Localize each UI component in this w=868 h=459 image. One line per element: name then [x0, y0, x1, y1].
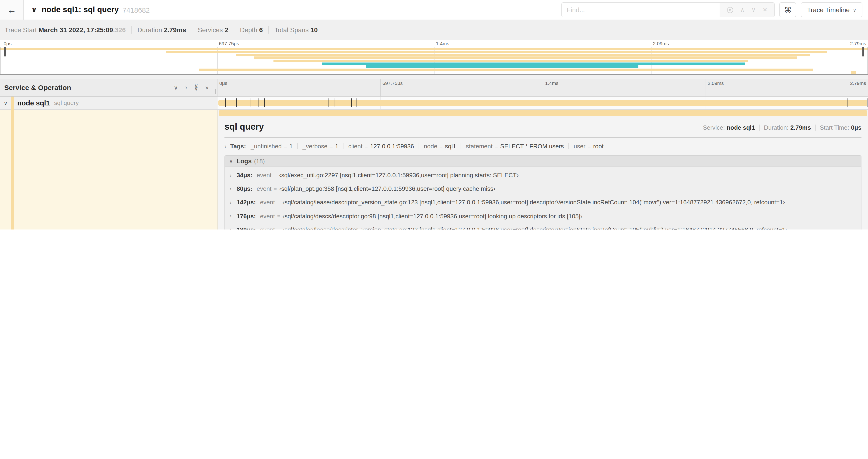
collapse-all-icon[interactable]: ∨∨ — [194, 85, 198, 90]
trace-minimap[interactable] — [0, 47, 868, 75]
log-field-value: ‹sql/plan_opt.go:358 [nsql1,client=127.0… — [279, 186, 495, 192]
log-tick-mark — [251, 98, 251, 107]
find-clear-icon[interactable]: ✕ — [763, 6, 767, 13]
timeline-ruler-label: 1.4ms — [543, 79, 705, 96]
log-equals: = — [277, 227, 280, 230]
overview-value: 2.79ms — [790, 124, 811, 131]
chevron-right-icon: › — [229, 199, 237, 206]
tag-item[interactable]: statement=SELECT * FROM users — [466, 143, 564, 150]
minimap-ruler-label: 697.75μs — [219, 41, 239, 46]
minimap-span-bar — [199, 68, 813, 71]
keyboard-shortcuts-button[interactable]: ⌘ — [780, 2, 796, 17]
column-resizer[interactable] — [214, 89, 216, 94]
separator — [461, 143, 461, 149]
log-tick-mark — [867, 98, 868, 107]
trace-info-item: Services 2 — [198, 26, 228, 34]
back-button[interactable]: ← — [0, 0, 24, 20]
log-field-key: event — [257, 172, 272, 179]
span-row: ∨ node sql1 sql query — [0, 97, 868, 110]
log-timestamp: 34μs: — [237, 172, 252, 179]
log-tick-mark — [333, 98, 333, 107]
separator — [192, 26, 192, 34]
trace-info-item: Trace Start March 31 2022, 17:25:09.326 — [5, 26, 126, 34]
trace-info-item: Duration 2.79ms — [137, 26, 186, 34]
tag-item[interactable]: user=root — [574, 143, 603, 150]
log-row[interactable]: ›34μs:event=‹sql/exec_util.go:2297 [nsql… — [225, 168, 861, 182]
service-color-stripe — [11, 110, 14, 230]
overview-value: node sql1 — [726, 124, 755, 131]
trace-id: 7418682 — [123, 6, 150, 14]
log-tick-mark — [847, 98, 848, 107]
log-row[interactable]: ›189μs:event=‹sql/catalog/lease/descript… — [225, 223, 861, 230]
trace-info-item: Total Spans 10 — [274, 26, 317, 34]
section-divider — [0, 75, 868, 79]
divider — [224, 137, 862, 138]
span-bar-cell[interactable] — [217, 97, 868, 109]
log-row[interactable]: ›176μs:event=‹sql/catalog/descs/descript… — [225, 209, 861, 223]
minimap-span-bar — [322, 63, 745, 65]
log-row[interactable]: ›80μs:event=‹sql/plan_opt.go:358 [nsql1,… — [225, 182, 861, 195]
tag-item[interactable]: _unfinished=1 — [251, 143, 292, 150]
service-color-stripe — [11, 96, 14, 109]
expand-one-icon[interactable]: › — [185, 85, 187, 91]
tags-row[interactable]: › Tags: _unfinished=1_verbose=1client=12… — [224, 143, 862, 150]
minimap-span-bar — [254, 57, 797, 59]
span-detail-row: sql query Service:node sql1Duration:2.79… — [0, 110, 868, 230]
minimap-span-bar — [851, 71, 856, 74]
chevron-right-icon: › — [229, 186, 237, 192]
chevron-right-icon: › — [229, 226, 237, 230]
separator — [297, 143, 298, 149]
span-duration-bar[interactable] — [218, 100, 867, 106]
logs-header[interactable]: ∨ Logs (18) — [225, 156, 861, 167]
detail-span-title[interactable]: sql query — [224, 122, 264, 132]
find-next-icon[interactable]: ∨ — [751, 6, 756, 13]
find-prev-icon[interactable]: ∧ — [740, 6, 745, 13]
separator — [234, 26, 234, 34]
detail-row-indent — [0, 110, 217, 230]
minimap-ruler: 0μs697.75μs1.4ms2.09ms2.79ms — [0, 40, 868, 47]
tag-item[interactable]: node=sql1 — [424, 143, 456, 150]
find-input[interactable] — [562, 3, 720, 17]
log-field-key: event — [260, 212, 275, 220]
log-equals: = — [274, 186, 277, 192]
trace-timeline-page: ← ∨ node sql1: sql query 7418682 ∧ ∨ ✕ ⌘… — [0, 0, 868, 230]
viewport-left-handle[interactable] — [4, 47, 6, 57]
logs-section: ∨ Logs (18) ›34μs:event=‹sql/exec_util.g… — [224, 155, 862, 230]
overview-value: 0μs — [851, 124, 862, 131]
collapse-one-icon[interactable]: ∨ — [174, 85, 178, 91]
minimap-span-bar — [274, 60, 748, 62]
locate-icon[interactable] — [727, 7, 733, 13]
detail-header[interactable]: sql query Service:node sql1Duration:2.79… — [224, 122, 862, 132]
minimap-span-bar — [236, 54, 810, 56]
viewport-right-handle[interactable] — [862, 47, 864, 57]
trace-info-bar: Trace Start March 31 2022, 17:25:09.326D… — [0, 20, 868, 40]
log-row[interactable]: ›142μs:event=‹sql/catalog/lease/descript… — [225, 196, 861, 209]
minimap-span-bar — [0, 48, 868, 51]
span-collapse-chevron-icon[interactable]: ∨ — [0, 100, 11, 106]
find-group: ∧ ∨ ✕ — [562, 2, 775, 17]
span-name-cell[interactable]: ∨ node sql1 sql query — [0, 97, 217, 109]
log-tick-mark — [845, 98, 845, 107]
log-tick-mark — [325, 98, 325, 107]
logs-count: (18) — [254, 158, 265, 165]
service-operation-header: Service & Operation ∨ › ∨∨ » — [0, 79, 217, 96]
log-tick-mark — [375, 98, 376, 107]
separator — [418, 143, 419, 149]
view-selector-dropdown[interactable]: Trace Timeline ∨ — [801, 2, 862, 17]
tag-item[interactable]: _verbose=1 — [302, 143, 338, 150]
timeline-ruler: 0μs697.75μs1.4ms2.09ms2.79ms — [217, 79, 868, 96]
log-field-key: event — [260, 226, 275, 230]
minimap-ruler-label: 0μs — [3, 41, 11, 46]
log-equals: = — [277, 213, 280, 219]
detail-overview: Service:node sql1Duration:2.79msStart Ti… — [703, 124, 862, 131]
overview-label: Service: — [703, 124, 725, 131]
timeline-ruler-label: 2.09ms — [705, 79, 868, 96]
log-tick-mark — [357, 98, 357, 107]
view-selector-label: Trace Timeline — [807, 6, 850, 13]
collapse-controls: ∨ › ∨∨ » — [174, 85, 209, 91]
log-field-key: event — [260, 199, 275, 206]
tag-item[interactable]: client=127.0.0.1:59936 — [348, 143, 414, 150]
title-collapse-chevron-icon[interactable]: ∨ — [31, 6, 37, 14]
back-arrow-icon: ← — [7, 4, 16, 15]
expand-all-icon[interactable]: » — [205, 85, 209, 91]
